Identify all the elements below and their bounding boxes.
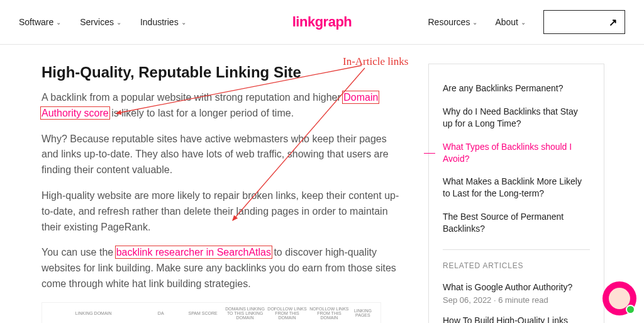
nav-left: Software⌄ Services⌄ Industries⌄	[19, 17, 186, 27]
chevron-down-icon: ⌄	[472, 19, 477, 26]
top-nav: Software⌄ Services⌄ Industries⌄ linkgrap…	[0, 0, 644, 45]
chevron-down-icon: ⌄	[56, 19, 61, 26]
paragraph-4: You can use the backlink researcher in S…	[42, 245, 403, 292]
paragraph-2: Why? Because reputable sites have active…	[42, 132, 403, 178]
toc-item[interactable]: Why do I Need Backlinks that Stay up for…	[443, 100, 590, 135]
article-body: High-Quality, Reputable Linking Site A b…	[42, 64, 403, 323]
related-heading: RELATED ARTICLES	[443, 249, 590, 270]
cta-button[interactable]: ↗	[543, 10, 625, 34]
annotation-label: In-Article links	[343, 55, 408, 68]
chevron-down-icon: ⌄	[181, 19, 186, 26]
toc-item[interactable]: What Types of Backlinks should I Avoid?	[443, 135, 590, 171]
link-backlink-researcher[interactable]: backlink researcher in SearchAtlas	[116, 247, 271, 258]
chevron-down-icon: ⌄	[521, 19, 526, 26]
paragraph-1: A backlink from a popular website with s…	[42, 90, 403, 122]
avatar-icon	[609, 288, 630, 309]
nav-services[interactable]: Services⌄	[80, 17, 121, 27]
toc-item[interactable]: The Best Source of Permanent Backlinks?	[443, 205, 590, 241]
toc-item[interactable]: What Makes a Backlink More Likely to Las…	[443, 170, 590, 205]
nav-about[interactable]: About⌄	[495, 17, 526, 27]
logo[interactable]: linkgraph	[292, 14, 352, 30]
toc-item[interactable]: Are any Backlinks Permanent?	[443, 77, 590, 100]
arrow-up-right-icon: ↗	[609, 16, 617, 28]
embedded-screenshot: LINKING DOMAINDASPAM SCOREDOMAINS LINKIN…	[42, 302, 381, 323]
nav-resources[interactable]: Resources⌄	[428, 17, 477, 27]
nav-industries[interactable]: Industries⌄	[140, 17, 186, 27]
nav-software[interactable]: Software⌄	[19, 17, 61, 27]
paragraph-3: High-quality website are more likely to …	[42, 188, 403, 235]
related-article[interactable]: How To Build High-Quality Links Through …	[443, 310, 590, 323]
chat-widget[interactable]	[602, 281, 636, 315]
nav-right: Resources⌄ About⌄ ↗	[428, 10, 625, 34]
chevron-down-icon: ⌄	[116, 19, 121, 26]
sidebar: Are any Backlinks Permanent?Why do I Nee…	[428, 64, 604, 323]
related-article[interactable]: What is Google Author Authority?Sep 06, …	[443, 276, 590, 310]
